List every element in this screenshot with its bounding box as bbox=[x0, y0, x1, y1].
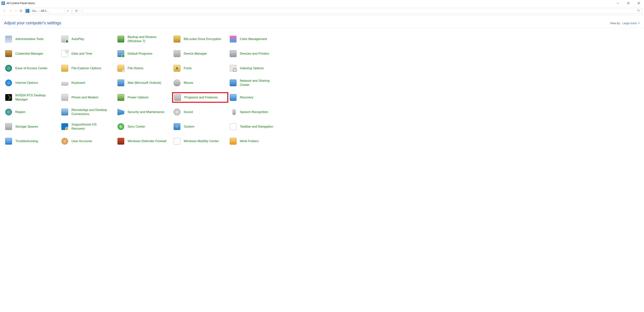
header-band: Adjust your computer's settings View by:… bbox=[0, 15, 644, 28]
administrative-tools-icon bbox=[5, 35, 12, 43]
view-by-dropdown[interactable]: Large icons ▼ bbox=[622, 22, 640, 25]
cp-item-remoteapp-and-desktop-connections[interactable]: RemoteApp and Desktop Connections bbox=[60, 107, 116, 117]
cp-item-troubleshooting[interactable]: Troubleshooting bbox=[4, 136, 60, 146]
cp-item-speech-recognition[interactable]: Speech Recognition bbox=[228, 107, 284, 117]
cp-item-devices-and-printers[interactable]: Devices and Printers bbox=[228, 48, 284, 59]
cp-item-autoplay[interactable]: AutoPlay bbox=[60, 34, 116, 44]
refresh-button[interactable] bbox=[72, 8, 80, 14]
cp-item-user-accounts[interactable]: User Accounts bbox=[60, 136, 116, 146]
cp-item-network-and-sharing-center[interactable]: Network and Sharing Center bbox=[228, 78, 284, 88]
cp-item-keyboard[interactable]: Keyboard bbox=[60, 78, 116, 88]
address-segment-1[interactable]: Co... bbox=[32, 9, 38, 12]
cp-item-bitlocker-drive-encryption[interactable]: BitLocker Drive Encryption bbox=[172, 34, 228, 44]
cp-item-fonts[interactable]: Fonts bbox=[172, 63, 228, 74]
sync-center-icon bbox=[117, 123, 124, 130]
bitlocker-drive-encryption-icon bbox=[173, 35, 181, 43]
cp-item-storage-spaces[interactable]: Storage Spaces bbox=[4, 122, 60, 132]
cp-item-supportassist-os-recovery[interactable]: SupportAssist OS Recovery bbox=[60, 122, 116, 132]
cp-item-phone-and-modem[interactable]: Phone and Modem bbox=[60, 92, 116, 103]
cp-item-label: Windows Mobility Center bbox=[184, 139, 219, 143]
backup-and-restore-windows-7-icon bbox=[117, 35, 124, 43]
cp-item-taskbar-and-navigation[interactable]: Taskbar and Navigation bbox=[228, 122, 284, 132]
cp-item-file-history[interactable]: File History bbox=[116, 63, 172, 74]
recent-locations-button[interactable] bbox=[14, 8, 17, 14]
fonts-icon bbox=[173, 64, 181, 72]
close-button[interactable] bbox=[634, 0, 644, 6]
dropdown-caret-icon: ▼ bbox=[638, 22, 640, 24]
search-input[interactable] bbox=[82, 8, 642, 14]
cp-item-credential-manager[interactable]: Credential Manager bbox=[4, 48, 60, 59]
cp-item-default-programs[interactable]: Default Programs bbox=[116, 48, 172, 59]
network-and-sharing-center-icon bbox=[230, 79, 237, 86]
user-accounts-icon bbox=[61, 138, 68, 145]
cp-item-programs-and-features[interactable]: Programs and Features bbox=[172, 92, 228, 103]
cp-item-backup-and-restore-windows-7[interactable]: Backup and Restore (Windows 7) bbox=[116, 34, 172, 44]
up-button[interactable] bbox=[18, 8, 24, 14]
cp-item-mail-microsoft-outlook[interactable]: Mail (Microsoft Outlook) bbox=[116, 78, 172, 88]
cp-item-label: Sound bbox=[184, 110, 193, 114]
windows-defender-firewall-icon bbox=[117, 138, 124, 145]
cp-item-work-folders[interactable]: Work Folders bbox=[228, 136, 284, 146]
address-bar[interactable]: › Co... › All C... bbox=[25, 8, 72, 14]
search-icon bbox=[637, 9, 640, 12]
cp-item-device-manager[interactable]: Device Manager bbox=[172, 48, 228, 59]
cp-item-windows-defender-firewall[interactable]: Windows Defender Firewall bbox=[116, 136, 172, 146]
date-and-time-icon bbox=[61, 50, 68, 58]
control-panel-grid: Administrative ToolsAutoPlayBackup and R… bbox=[0, 28, 644, 152]
autoplay-icon bbox=[61, 35, 68, 43]
cp-item-file-explorer-options[interactable]: File Explorer Options bbox=[60, 63, 116, 74]
address-chevron-icon[interactable]: › bbox=[30, 10, 31, 12]
cp-item-label: Security and Maintenance bbox=[128, 110, 164, 114]
system-icon bbox=[173, 123, 181, 130]
cp-item-internet-options[interactable]: Internet Options bbox=[4, 78, 60, 88]
indexing-options-icon bbox=[230, 64, 237, 72]
view-by-label: View by: bbox=[610, 22, 620, 25]
cp-item-recovery[interactable]: Recovery bbox=[228, 92, 284, 103]
svg-line-5 bbox=[639, 11, 640, 12]
control-panel-icon bbox=[2, 2, 5, 5]
forward-button[interactable] bbox=[8, 8, 14, 14]
cp-item-label: Storage Spaces bbox=[15, 124, 38, 129]
cp-item-label: NVIDIA RTX Desktop Manager bbox=[15, 93, 55, 102]
maximize-button[interactable] bbox=[623, 0, 634, 6]
cp-item-label: Ease of Access Center bbox=[15, 66, 48, 70]
svg-point-4 bbox=[638, 10, 639, 11]
cp-item-date-and-time[interactable]: Date and Time bbox=[60, 48, 116, 59]
cp-item-windows-mobility-center[interactable]: Windows Mobility Center bbox=[172, 136, 228, 146]
device-manager-icon bbox=[173, 50, 181, 58]
cp-item-label: Programs and Features bbox=[184, 96, 218, 100]
back-button[interactable] bbox=[2, 8, 7, 14]
windows-mobility-center-icon bbox=[173, 138, 181, 145]
window-title: All Control Panel Items bbox=[6, 2, 35, 5]
cp-item-nvidia-rtx-desktop-manager[interactable]: NVIDIA RTX Desktop Manager bbox=[4, 92, 60, 103]
cp-item-label: Network and Sharing Center bbox=[240, 79, 279, 87]
cp-item-security-and-maintenance[interactable]: Security and Maintenance bbox=[116, 107, 172, 117]
cp-item-label: Fonts bbox=[184, 66, 192, 70]
cp-item-system[interactable]: System bbox=[172, 122, 228, 132]
cp-item-label: File Explorer Options bbox=[72, 66, 101, 70]
cp-item-sync-center[interactable]: Sync Center bbox=[116, 122, 172, 132]
default-programs-icon bbox=[117, 50, 124, 58]
minimize-button[interactable] bbox=[612, 0, 623, 6]
security-and-maintenance-icon bbox=[117, 108, 124, 116]
address-segment-2[interactable]: All C... bbox=[41, 9, 49, 12]
cp-item-ease-of-access-center[interactable]: Ease of Access Center bbox=[4, 63, 60, 74]
cp-item-indexing-options[interactable]: Indexing Options bbox=[228, 63, 284, 74]
cp-item-power-options[interactable]: Power Options bbox=[116, 92, 172, 103]
cp-item-label: Administrative Tools bbox=[15, 37, 44, 41]
cp-item-mouse[interactable]: Mouse bbox=[172, 78, 228, 88]
cp-item-color-management[interactable]: Color Management bbox=[228, 34, 284, 44]
file-history-icon bbox=[117, 64, 124, 72]
address-dropdown-button[interactable] bbox=[64, 8, 70, 14]
cp-item-administrative-tools[interactable]: Administrative Tools bbox=[4, 34, 60, 44]
cp-item-region[interactable]: Region bbox=[4, 107, 60, 117]
cp-item-label: Phone and Modem bbox=[72, 96, 98, 100]
navbar: › Co... › All C... bbox=[0, 6, 644, 15]
address-chevron-icon[interactable]: › bbox=[39, 10, 40, 12]
keyboard-icon bbox=[61, 79, 68, 86]
nvidia-rtx-desktop-manager-icon bbox=[5, 94, 12, 101]
cp-item-label: AutoPlay bbox=[72, 37, 84, 41]
cp-item-label: Mail (Microsoft Outlook) bbox=[128, 81, 161, 85]
cp-item-label: Backup and Restore (Windows 7) bbox=[128, 35, 167, 43]
cp-item-sound[interactable]: Sound bbox=[172, 107, 228, 117]
